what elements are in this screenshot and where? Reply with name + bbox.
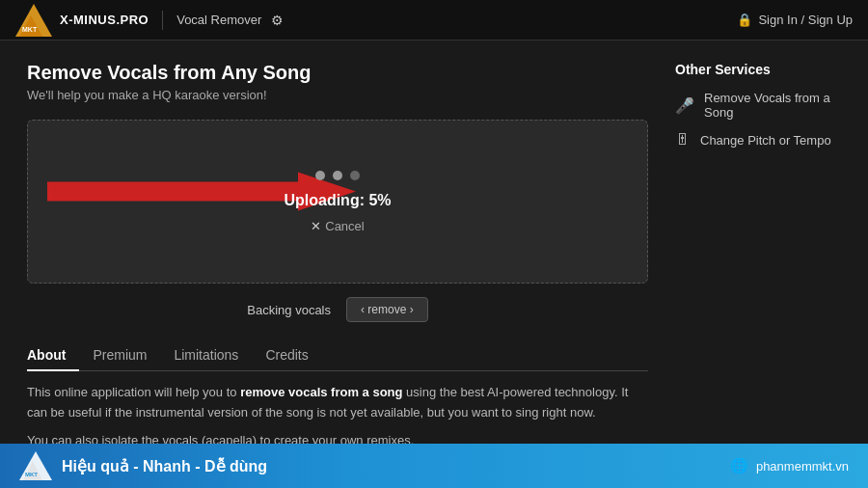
footer-mkt-logo-icon: MKT <box>19 451 52 480</box>
cancel-label: Cancel <box>325 219 364 233</box>
backing-vocals-row: Backing vocals ‹ remove › <box>27 297 648 322</box>
tab-limitations[interactable]: Limitations <box>160 341 252 370</box>
dot-2 <box>333 171 342 180</box>
dot-1 <box>315 171 325 180</box>
footer-tagline: Hiệu quả - Nhanh - Dễ dùng <box>62 457 267 475</box>
sidebar-remove-vocals-label: Remove Vocals from a Song <box>704 91 853 120</box>
tab-premium[interactable]: Premium <box>79 341 160 370</box>
nav-divider <box>162 11 163 30</box>
nav-logo-area: MKT X-MINUS.PRO <box>15 4 149 37</box>
cancel-x-icon: ✕ <box>311 219 321 233</box>
right-sidebar: Other Services 🎤 Remove Vocals from a So… <box>675 41 868 444</box>
tab-credits[interactable]: Credits <box>252 341 321 370</box>
sidebar-title: Other Services <box>675 62 853 77</box>
footer-bar: MKT Hiệu quả - Nhanh - Dễ dùng 🌐 phanmem… <box>0 444 868 488</box>
tab-about-content: This online application will help you to… <box>27 383 648 444</box>
tab-content-p2: You can also isolate the vocals (acapell… <box>27 431 648 444</box>
sidebar-item-change-pitch[interactable]: 🎚 Change Pitch or Tempo <box>675 131 853 149</box>
sidebar-change-pitch-label: Change Pitch or Tempo <box>700 133 831 148</box>
top-nav: MKT X-MINUS.PRO Vocal Remover ⚙ 🔒 Sign I… <box>0 0 868 41</box>
sign-in-label: Sign In / Sign Up <box>758 13 853 27</box>
tabs-row: About Premium Limitations Credits <box>27 341 648 371</box>
upload-status: Uploading: 5% <box>284 192 391 209</box>
page-subtitle: We'll help you make a HQ karaoke version… <box>27 88 648 102</box>
sliders-icon: 🎚 <box>675 131 691 149</box>
settings-icon[interactable]: ⚙ <box>271 13 284 28</box>
content-area: Remove Vocals from Any Song We'll help y… <box>0 41 675 444</box>
upload-box[interactable]: Uploading: 5% ✕ Cancel <box>27 120 648 284</box>
footer-website: phanmemmkt.vn <box>756 459 849 474</box>
mic-off-icon: 🎤 <box>675 96 694 115</box>
tab-content-prefix: This online application will help you to <box>27 385 240 399</box>
mkt-logo-icon: MKT <box>15 4 52 37</box>
nav-vocal-remover-link[interactable]: Vocal Remover <box>176 13 261 27</box>
footer-logo-area: MKT Hiệu quả - Nhanh - Dễ dùng <box>19 451 267 480</box>
globe-icon: 🌐 <box>730 457 748 474</box>
main-layout: Remove Vocals from Any Song We'll help y… <box>0 41 868 444</box>
cancel-button[interactable]: ✕ Cancel <box>311 219 364 233</box>
svg-text:MKT: MKT <box>25 472 38 477</box>
dots-row <box>315 171 360 180</box>
page-title: Remove Vocals from Any Song <box>27 62 648 84</box>
footer-right: 🌐 phanmemmkt.vn <box>730 457 849 474</box>
nav-brand: X-MINUS.PRO <box>60 13 149 27</box>
tab-content-bold: remove vocals from a song <box>240 385 402 399</box>
sign-in-button[interactable]: 🔒 Sign In / Sign Up <box>737 13 853 27</box>
remove-button[interactable]: ‹ remove › <box>346 297 428 322</box>
sidebar-item-remove-vocals[interactable]: 🎤 Remove Vocals from a Song <box>675 91 853 120</box>
svg-text:MKT: MKT <box>22 26 38 33</box>
tab-about[interactable]: About <box>27 341 79 370</box>
tabs-section: About Premium Limitations Credits This o… <box>27 341 648 444</box>
dot-3 <box>350 171 360 180</box>
backing-vocals-label: Backing vocals <box>247 303 331 317</box>
lock-icon: 🔒 <box>737 13 752 27</box>
